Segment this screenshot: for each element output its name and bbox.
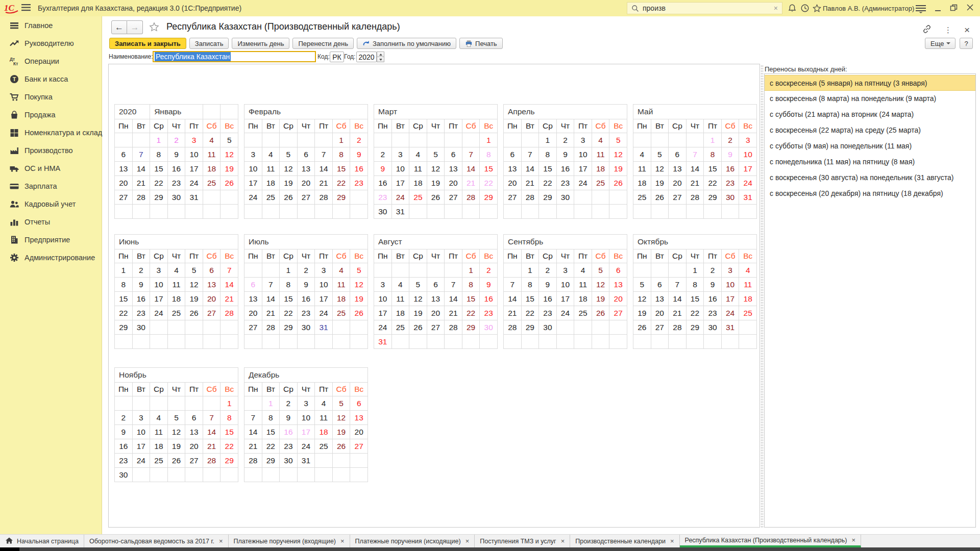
day-cell[interactable]: 2: [539, 263, 557, 278]
day-cell[interactable]: 19: [633, 306, 651, 320]
day-cell[interactable]: 22: [150, 176, 168, 190]
window-tab-7[interactable]: Республика Казахстан (Производственный к…: [680, 535, 861, 547]
day-cell[interactable]: 18: [633, 176, 651, 190]
day-cell[interactable]: 20: [115, 176, 133, 190]
day-cell[interactable]: 24: [132, 454, 150, 468]
day-cell[interactable]: 11: [150, 425, 168, 439]
day-cell[interactable]: 1: [332, 133, 350, 147]
day-cell[interactable]: 30: [167, 190, 185, 205]
day-cell[interactable]: 20: [244, 306, 262, 320]
day-cell[interactable]: 8: [280, 278, 298, 292]
day-cell[interactable]: 19: [651, 176, 669, 190]
day-cell[interactable]: 22: [115, 306, 133, 320]
transfer-item-2[interactable]: с воскресенья (8 марта) на понедельник (…: [765, 91, 975, 107]
day-cell[interactable]: 27: [504, 190, 522, 205]
sidebar-item-3[interactable]: ДтКтОперации: [0, 52, 102, 70]
day-cell[interactable]: 10: [185, 147, 203, 162]
window-tab-4[interactable]: Платежные поручения (исходящие)×: [350, 535, 475, 547]
day-cell[interactable]: 7: [686, 147, 704, 162]
day-cell[interactable]: 3: [244, 147, 262, 162]
day-cell[interactable]: 19: [185, 292, 203, 306]
day-cell[interactable]: 8: [150, 147, 168, 162]
day-cell[interactable]: 16: [721, 162, 739, 176]
day-cell[interactable]: 30: [704, 320, 722, 335]
day-cell[interactable]: 13: [609, 278, 627, 292]
day-cell[interactable]: 3: [739, 133, 757, 147]
day-cell[interactable]: 30: [480, 320, 498, 335]
day-cell[interactable]: 23: [350, 176, 368, 190]
day-cell[interactable]: 13: [651, 292, 669, 306]
day-cell[interactable]: 17: [132, 439, 150, 454]
day-cell[interactable]: 4: [409, 147, 427, 162]
day-cell[interactable]: 13: [185, 425, 203, 439]
day-cell[interactable]: 23: [374, 190, 392, 205]
window-tab-6[interactable]: Производственные календари×: [570, 535, 679, 547]
day-cell[interactable]: 25: [633, 190, 651, 205]
day-cell[interactable]: 30: [721, 190, 739, 205]
day-cell[interactable]: 5: [332, 396, 350, 411]
day-cell[interactable]: 29: [539, 190, 557, 205]
day-cell[interactable]: 6: [244, 278, 262, 292]
day-cell[interactable]: 4: [167, 263, 185, 278]
day-cell[interactable]: 12: [185, 278, 203, 292]
day-cell[interactable]: 19: [220, 162, 238, 176]
tab-close-icon[interactable]: ×: [670, 537, 674, 545]
day-cell[interactable]: 2: [280, 396, 298, 411]
forward-button[interactable]: →: [127, 20, 143, 34]
save-button[interactable]: Записать: [189, 38, 229, 49]
day-cell[interactable]: 7: [669, 278, 687, 292]
day-cell[interactable]: 8: [462, 278, 480, 292]
day-cell[interactable]: 24: [244, 190, 262, 205]
day-cell[interactable]: 6: [427, 278, 445, 292]
day-cell[interactable]: 7: [521, 147, 539, 162]
day-cell[interactable]: 6: [350, 396, 368, 411]
day-cell[interactable]: 14: [686, 162, 704, 176]
day-cell[interactable]: 11: [633, 162, 651, 176]
day-cell[interactable]: 15: [150, 162, 168, 176]
day-cell[interactable]: 23: [167, 176, 185, 190]
transfer-item-5[interactable]: с субботы (9 мая) на понедельник (11 мая…: [765, 138, 975, 154]
sidebar-item-13[interactable]: Предприятие: [0, 231, 102, 248]
day-cell[interactable]: 16: [350, 162, 368, 176]
global-search-input[interactable]: произв ×: [627, 2, 782, 14]
current-user[interactable]: Павлов А.В. (Администратор): [823, 5, 914, 12]
day-cell[interactable]: 5: [409, 278, 427, 292]
day-cell[interactable]: 20: [669, 176, 687, 190]
day-cell[interactable]: 4: [739, 263, 757, 278]
day-cell[interactable]: 29: [262, 454, 280, 468]
day-cell[interactable]: 10: [391, 162, 409, 176]
day-cell[interactable]: 18: [150, 439, 168, 454]
day-cell[interactable]: 10: [244, 162, 262, 176]
day-cell[interactable]: 17: [391, 176, 409, 190]
day-cell[interactable]: 15: [521, 292, 539, 306]
tab-close-icon[interactable]: ×: [561, 537, 565, 545]
day-cell[interactable]: 14: [203, 425, 220, 439]
day-cell[interactable]: 14: [262, 292, 280, 306]
functions-menu-icon[interactable]: [916, 5, 926, 15]
day-cell[interactable]: 2: [704, 263, 722, 278]
day-cell[interactable]: 16: [115, 439, 133, 454]
window-tab-3[interactable]: Платежные поручения (входящие)×: [229, 535, 350, 547]
day-cell[interactable]: 19: [592, 292, 609, 306]
code-input[interactable]: РК: [330, 52, 344, 62]
day-cell[interactable]: 12: [167, 425, 185, 439]
day-cell[interactable]: 25: [262, 190, 280, 205]
day-cell[interactable]: 26: [427, 190, 445, 205]
day-cell[interactable]: 7: [462, 147, 480, 162]
day-cell[interactable]: 11: [203, 147, 220, 162]
day-cell[interactable]: 7: [244, 411, 262, 425]
day-cell[interactable]: 21: [244, 439, 262, 454]
day-cell[interactable]: 27: [297, 190, 315, 205]
day-cell[interactable]: 15: [704, 162, 722, 176]
day-cell[interactable]: 3: [297, 396, 315, 411]
history-icon[interactable]: [800, 4, 810, 15]
day-cell[interactable]: 31: [185, 190, 203, 205]
day-cell[interactable]: 16: [704, 292, 722, 306]
day-cell[interactable]: 9: [480, 278, 498, 292]
day-cell[interactable]: 12: [427, 162, 445, 176]
day-cell[interactable]: 29: [115, 320, 133, 335]
day-cell[interactable]: 2: [115, 411, 133, 425]
day-cell[interactable]: 28: [315, 190, 333, 205]
day-cell[interactable]: 4: [592, 133, 609, 147]
day-cell[interactable]: 26: [350, 306, 368, 320]
